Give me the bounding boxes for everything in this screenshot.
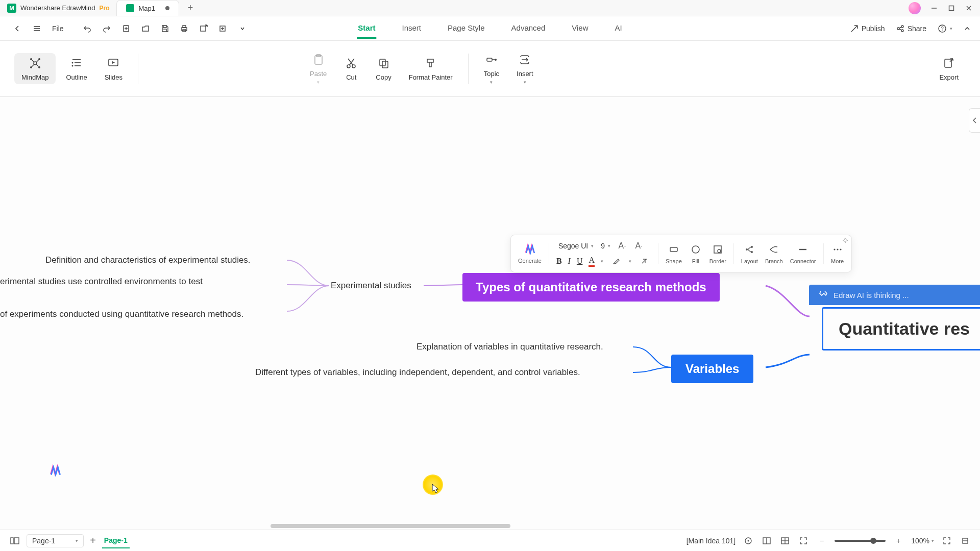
expand-right-panel-button[interactable] bbox=[969, 108, 980, 133]
zoom-out-button[interactable]: − bbox=[816, 535, 827, 546]
close-button[interactable] bbox=[965, 4, 973, 12]
view-slides-button[interactable]: Slides bbox=[97, 53, 130, 84]
branch-icon bbox=[767, 243, 780, 256]
zoom-in-button[interactable]: + bbox=[893, 535, 904, 546]
new-file-button[interactable] bbox=[118, 20, 134, 37]
format-painter-button[interactable]: Format Painter bbox=[402, 53, 460, 84]
scrollbar-thumb[interactable] bbox=[271, 524, 510, 528]
highlight-button[interactable] bbox=[609, 255, 623, 268]
new-tab-button[interactable]: + bbox=[183, 1, 198, 15]
tab-view[interactable]: View bbox=[571, 18, 589, 39]
ai-sparkle-icon bbox=[818, 290, 828, 300]
undo-button[interactable] bbox=[79, 20, 95, 37]
collapse-status-button[interactable] bbox=[960, 535, 971, 546]
maximize-button[interactable] bbox=[947, 4, 955, 12]
svg-point-59 bbox=[834, 248, 835, 250]
share-button[interactable]: Share bbox=[896, 24, 926, 33]
help-button[interactable]: ?▾ bbox=[938, 24, 952, 33]
svg-point-47 bbox=[495, 59, 497, 61]
node-variables[interactable]: Variables bbox=[671, 355, 753, 383]
tab-start[interactable]: Start bbox=[357, 18, 376, 39]
font-color-button[interactable]: A bbox=[589, 256, 595, 267]
page-tab-active[interactable]: Page-1 bbox=[102, 533, 130, 548]
node-experimental-studies[interactable]: Experimental studies bbox=[331, 281, 411, 291]
document-name: Map1 bbox=[138, 5, 155, 12]
svg-point-50 bbox=[692, 246, 699, 253]
more-button[interactable]: More bbox=[831, 243, 844, 264]
increase-font-icon[interactable]: A+ bbox=[616, 239, 629, 253]
clear-format-button[interactable] bbox=[638, 255, 651, 268]
zoom-level-select[interactable]: 100%▾ bbox=[911, 537, 934, 545]
share-arrow-button[interactable] bbox=[215, 20, 231, 37]
leaf-var-explanation[interactable]: Explanation of variables in quantitative… bbox=[416, 342, 603, 352]
tab-page-style[interactable]: Page Style bbox=[447, 18, 486, 39]
svg-point-35 bbox=[72, 65, 74, 67]
layout-button[interactable]: Layout bbox=[741, 243, 758, 264]
fit-view-button[interactable] bbox=[798, 535, 809, 546]
tab-unsaved-indicator[interactable] bbox=[165, 6, 169, 10]
copy-button[interactable]: Copy bbox=[369, 53, 398, 84]
shape-button[interactable]: Shape bbox=[666, 243, 682, 264]
cut-button[interactable]: Cut bbox=[337, 53, 365, 84]
layout-view-2-button[interactable] bbox=[779, 535, 791, 546]
zoom-slider[interactable] bbox=[835, 540, 886, 542]
border-icon bbox=[711, 243, 724, 256]
recenter-button[interactable] bbox=[743, 535, 754, 546]
publish-button[interactable]: Publish bbox=[850, 24, 885, 33]
layout-view-1-button[interactable] bbox=[761, 535, 772, 546]
tab-advanced[interactable]: Advanced bbox=[510, 18, 547, 39]
add-page-button[interactable]: + bbox=[90, 535, 96, 546]
svg-line-18 bbox=[899, 27, 901, 28]
node-types[interactable]: Types of quantitative research methods bbox=[462, 273, 720, 302]
hamburger-menu-icon[interactable] bbox=[29, 20, 45, 37]
export-arrow-button[interactable] bbox=[195, 20, 212, 37]
insert-label: Insert bbox=[517, 70, 533, 78]
border-button[interactable]: Border bbox=[709, 243, 726, 264]
back-button[interactable] bbox=[9, 20, 26, 37]
fullscreen-button[interactable] bbox=[941, 535, 952, 546]
horizontal-scrollbar[interactable] bbox=[0, 522, 980, 530]
file-menu[interactable]: File bbox=[48, 20, 68, 37]
font-size-select[interactable]: 9▾ bbox=[599, 241, 612, 251]
svg-point-15 bbox=[897, 28, 899, 30]
more-quick-button[interactable] bbox=[234, 20, 251, 37]
topic-button[interactable]: Topic ▾ bbox=[477, 49, 506, 88]
font-name-select[interactable]: Segoe UI▾ bbox=[556, 241, 596, 251]
ribbon-insert-button[interactable]: Insert ▾ bbox=[509, 49, 541, 88]
ai-assistant-icon[interactable] bbox=[48, 464, 62, 478]
pages-panel-button[interactable] bbox=[9, 535, 20, 546]
leaf-exp-definition[interactable]: Definition and characteristics of experi… bbox=[45, 255, 251, 265]
redo-button[interactable] bbox=[99, 20, 115, 37]
italic-button[interactable]: I bbox=[568, 257, 571, 266]
document-tab[interactable]: Map1 bbox=[116, 0, 179, 16]
canvas[interactable]: Edraw AI is thinking ... Quantitative re… bbox=[0, 97, 980, 530]
leaf-exp-environment[interactable]: erimental studies use controlled environ… bbox=[0, 277, 203, 287]
page-selector[interactable]: Page-1 ▾ bbox=[27, 534, 84, 547]
pin-icon[interactable] bbox=[842, 237, 848, 243]
root-node[interactable]: Quantitative res bbox=[822, 307, 980, 350]
bold-button[interactable]: B bbox=[556, 257, 562, 266]
ai-thinking-banner: Edraw AI is thinking ... bbox=[809, 285, 980, 305]
generate-button[interactable]: Generate bbox=[518, 243, 542, 264]
decrease-font-icon[interactable]: A- bbox=[632, 239, 645, 253]
leaf-var-types[interactable]: Different types of variables, including … bbox=[255, 367, 580, 378]
view-mindmap-button[interactable]: MindMap bbox=[14, 53, 56, 84]
open-file-button[interactable] bbox=[137, 20, 154, 37]
cut-label: Cut bbox=[346, 73, 356, 81]
branch-button[interactable]: Branch bbox=[765, 243, 783, 264]
collapse-ribbon-button[interactable] bbox=[964, 25, 971, 32]
export-button[interactable]: Export bbox=[932, 53, 966, 84]
leaf-exp-examples[interactable]: of experiments conducted using quantitat… bbox=[0, 309, 243, 319]
user-avatar[interactable] bbox=[909, 2, 921, 14]
view-outline-button[interactable]: Outline bbox=[59, 53, 94, 84]
connector-button[interactable]: Connector bbox=[790, 243, 816, 264]
paste-button[interactable]: Paste ▾ bbox=[303, 49, 334, 88]
save-button[interactable] bbox=[157, 20, 173, 37]
zoom-slider-thumb[interactable] bbox=[870, 538, 876, 544]
tab-ai[interactable]: AI bbox=[614, 18, 623, 39]
print-button[interactable] bbox=[176, 20, 192, 37]
minimize-button[interactable] bbox=[930, 4, 938, 12]
fill-button[interactable]: Fill bbox=[689, 243, 702, 264]
tab-insert[interactable]: Insert bbox=[401, 18, 422, 39]
underline-button[interactable]: U bbox=[577, 257, 583, 266]
